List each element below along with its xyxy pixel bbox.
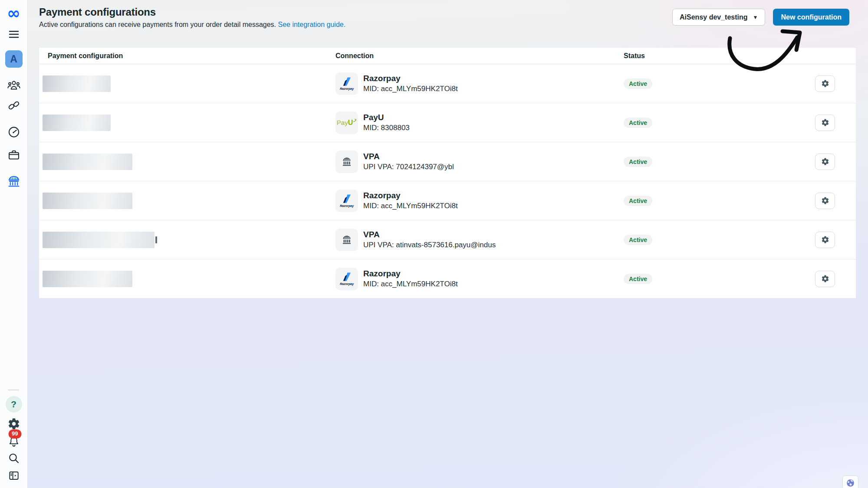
chevron-down-icon: ▼	[753, 15, 758, 20]
provider-detail: MID: acc_MLYm59HK2TOi8t	[363, 202, 458, 210]
search-icon[interactable]	[7, 452, 20, 465]
payu-logo-icon: PayU	[335, 111, 358, 134]
status-badge: Active	[624, 79, 652, 89]
business-tools-icon[interactable]	[7, 148, 20, 162]
bank-icon	[335, 151, 358, 173]
table-header-row: Payment configuration Connection Status	[39, 48, 856, 64]
business-avatar[interactable]: A	[5, 50, 23, 68]
provider-detail: MID: acc_MLYm59HK2TOi8t	[363, 280, 458, 288]
text-cursor	[155, 236, 157, 243]
provider-name: Razorpay	[363, 191, 458, 200]
menu-icon[interactable]	[7, 28, 20, 41]
contacts-icon[interactable]	[7, 79, 21, 92]
blurred-name-placeholder	[43, 271, 132, 287]
row-settings-button[interactable]	[815, 115, 835, 131]
gear-icon	[821, 275, 829, 283]
provider-detail: UPI VPA: atinvats-8573616.payu@indus	[363, 241, 496, 249]
column-header-connection: Connection	[335, 52, 624, 60]
provider-name: PayU	[363, 113, 410, 122]
column-header-status: Status	[624, 52, 815, 60]
status-badge: Active	[624, 196, 652, 206]
settings-gear-icon[interactable]	[7, 417, 20, 430]
notifications-bell-icon[interactable]: 99	[7, 436, 20, 448]
page-header: Payment configurations Active configurat…	[28, 0, 868, 42]
gear-icon	[821, 157, 829, 166]
gear-icon	[821, 236, 829, 244]
new-configuration-button[interactable]: New configuration	[773, 9, 849, 26]
status-badge: Active	[624, 118, 652, 128]
table-row: VPA UPI VPA: atinvats-8573616.payu@indus…	[39, 220, 856, 259]
payment-configurations-table: Payment configuration Connection Status …	[39, 48, 856, 298]
payments-bank-icon[interactable]	[7, 174, 21, 189]
link-icon[interactable]	[7, 99, 20, 112]
provider-detail: UPI VPA: 7024124397@ybl	[363, 163, 454, 171]
table-row: Razorpay Razorpay MID: acc_MLYm59HK2TOi8…	[39, 64, 856, 103]
meta-logo-icon[interactable]: ∞	[7, 5, 20, 21]
razorpay-logo-icon: Razorpay	[335, 72, 358, 95]
status-badge: Active	[624, 274, 652, 284]
app-root: ∞ A	[0, 0, 868, 488]
status-badge: Active	[624, 235, 652, 245]
blurred-name-placeholder	[43, 75, 111, 92]
bank-icon	[335, 229, 358, 251]
row-settings-button[interactable]	[815, 232, 835, 248]
collapse-panel-icon[interactable]	[7, 469, 20, 482]
help-icon[interactable]: ?	[6, 396, 22, 413]
provider-name: Razorpay	[363, 269, 458, 278]
blurred-name-placeholder	[43, 193, 132, 209]
provider-name: VPA	[363, 230, 496, 239]
provider-detail: MID: 8308803	[363, 124, 410, 132]
table-row: Razorpay Razorpay MID: acc_MLYm59HK2TOi8…	[39, 181, 856, 220]
row-settings-button[interactable]	[815, 271, 835, 287]
provider-detail: MID: acc_MLYm59HK2TOi8t	[363, 85, 458, 93]
insights-gauge-icon[interactable]	[7, 125, 20, 139]
blurred-name-placeholder	[43, 115, 111, 131]
table-row: Razorpay Razorpay MID: acc_MLYm59HK2TOi8…	[39, 259, 856, 298]
status-badge: Active	[624, 157, 652, 167]
row-settings-button[interactable]	[815, 75, 835, 92]
razorpay-logo-icon: Razorpay	[335, 268, 358, 290]
table-body: Razorpay Razorpay MID: acc_MLYm59HK2TOi8…	[39, 64, 856, 298]
account-selector-dropdown[interactable]: AiSensy dev_testing ▼	[672, 9, 765, 26]
row-settings-button[interactable]	[815, 193, 835, 209]
row-settings-button[interactable]	[815, 154, 835, 170]
sidebar: ∞ A	[0, 0, 28, 488]
globe-button[interactable]	[842, 475, 858, 488]
table-row: PayU PayU MID: 8308803 Active	[39, 103, 856, 142]
blurred-name-placeholder	[43, 154, 132, 170]
column-header-payment-configuration: Payment configuration	[39, 52, 335, 60]
globe-icon	[846, 478, 855, 488]
sidebar-divider	[8, 390, 19, 390]
main-content: Payment configurations Active configurat…	[28, 0, 868, 488]
notification-count-badge: 99	[8, 429, 21, 439]
gear-icon	[821, 197, 829, 205]
blurred-name-placeholder	[43, 232, 155, 248]
header-actions: AiSensy dev_testing ▼ New configuration	[672, 9, 849, 26]
integration-guide-link[interactable]: See integration guide.	[278, 21, 345, 28]
provider-name: Razorpay	[363, 74, 458, 83]
gear-icon	[821, 79, 829, 88]
gear-icon	[821, 118, 829, 127]
provider-name: VPA	[363, 152, 454, 161]
table-row: VPA UPI VPA: 7024124397@ybl Active	[39, 142, 856, 181]
razorpay-logo-icon: Razorpay	[335, 190, 358, 212]
